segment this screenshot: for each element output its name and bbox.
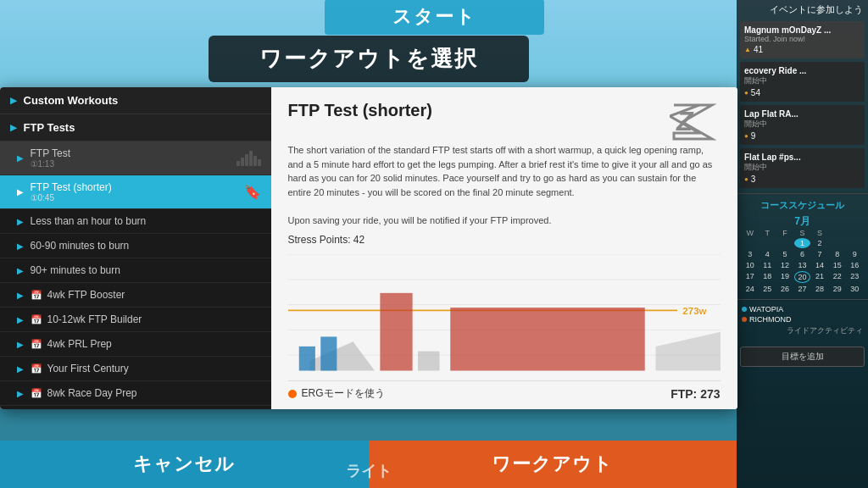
event-badge-1: 41 <box>754 45 763 54</box>
workout-chart: 500w 400w 300w 200w 100w 273w <box>288 254 721 380</box>
list-item-4wk-ftp[interactable]: ▶ 📅 4wk FTP Booster <box>0 283 271 308</box>
erg-indicator[interactable]: ERGモードを使う <box>288 386 385 401</box>
event-subtitle-2: 開始中 <box>744 75 860 86</box>
activity-label: ライドアクティビティ <box>742 325 863 336</box>
list-item-ftp-shorter[interactable]: ▶ FTP Test (shorter) ①0:45 🔖 <box>0 175 271 209</box>
event-card-4[interactable]: Flat Lap #ps... 開始中 ● 3 <box>740 148 865 188</box>
svg-rect-16 <box>298 347 314 371</box>
event-title-3: Lap Flat RA... <box>744 109 860 119</box>
event-badge-4: 3 <box>751 175 756 184</box>
event-badge-3: 9 <box>751 131 756 141</box>
event-card-2[interactable]: ecovery Ride ... 開始中 ● 54 <box>740 62 865 102</box>
world-watopia: WATOPIA <box>742 305 863 313</box>
section-custom-workouts[interactable]: ▶ Custom Workouts <box>0 87 271 114</box>
event-icon-2: ● <box>744 89 748 97</box>
goal-button[interactable]: 目標を追加 <box>740 347 865 367</box>
event-title-2: ecovery Ride ... <box>744 66 860 75</box>
svg-rect-17 <box>320 336 337 370</box>
section-ftp-label: FTP Tests <box>24 121 75 134</box>
list-panel: ▶ Custom Workouts ▶ FTP Tests ▶ FTP Test… <box>0 87 271 409</box>
play-icon-ftp-shorter: ▶ <box>17 187 24 197</box>
ftp-display: FTP: 273 <box>670 387 720 401</box>
modal-title: ワークアウトを選択 <box>209 36 529 82</box>
10-12wk-label: 10-12wk FTP Builder <box>47 313 142 325</box>
erg-dot <box>288 390 297 398</box>
ftp-test-label: FTP Test <box>31 147 236 159</box>
svg-rect-15 <box>418 352 440 371</box>
4wk-prl-label: 4wk PRL Prep <box>47 338 112 350</box>
event-subtitle-4: 開始中 <box>744 162 860 173</box>
modal-body: ▶ Custom Workouts ▶ FTP Tests ▶ FTP Test… <box>0 87 737 409</box>
60-90-label: 60-90 minutes to burn <box>31 240 130 252</box>
svg-rect-18 <box>450 308 645 371</box>
section-ftp-tests[interactable]: ▶ FTP Tests <box>0 114 271 141</box>
calendar-label: コーススケジュール <box>742 199 863 212</box>
calendar-grid: W T F S S 1 2 3 4 5 6 7 8 9 10 11 12 13 … <box>742 229 863 294</box>
detail-description: The short variation of the standard FTP … <box>288 143 721 227</box>
calendar-section: コーススケジュール 7月 W T F S S 1 2 3 4 5 6 7 8 9… <box>737 193 868 296</box>
list-item-10-12wk[interactable]: ▶ 📅 10-12wk FTP Builder <box>0 308 271 332</box>
detail-stress: Stress Points: 42 <box>288 234 721 246</box>
event-badge-2: 54 <box>751 88 760 97</box>
play-icon-first-century: ▶ <box>17 364 24 374</box>
ftp-test-duration: ①1:13 <box>31 159 236 169</box>
detail-panel: FTP Test (shorter) Z The short variation… <box>271 87 737 409</box>
less-hour-label: Less than an hour to burn <box>31 215 147 227</box>
svg-rect-14 <box>380 293 412 371</box>
8wk-race-label: 8wk Race Day Prep <box>47 387 137 399</box>
play-icon-less-hour: ▶ <box>17 217 24 226</box>
event-icon-4: ● <box>744 175 748 183</box>
chart-container: 500w 400w 300w 200w 100w 273w <box>288 254 721 380</box>
erg-label: ERGモードを使う <box>302 386 385 401</box>
event-card-3[interactable]: Lap Flat RA... 開始中 ● 9 <box>740 105 865 145</box>
play-icon-ftp-test: ▶ <box>17 153 24 163</box>
play-icon-90plus: ▶ <box>17 266 24 275</box>
cal-icon-4wk-prl: 📅 <box>31 339 42 350</box>
right-panel: イベントに参加しよう Magnum mOnDayZ ... Started. J… <box>737 0 868 488</box>
cal-icon-8wk-race: 📅 <box>31 388 42 399</box>
event-title-4: Flat Lap #ps... <box>744 152 860 162</box>
play-icon-10-12wk: ▶ <box>17 315 24 324</box>
calendar-month: 7月 <box>742 214 863 229</box>
cal-icon-4wk-ftp: 📅 <box>31 290 42 301</box>
svg-text:Z: Z <box>676 106 694 136</box>
arrow-icon-custom: ▶ <box>10 96 17 105</box>
detail-footer: ERGモードを使う FTP: 273 <box>288 380 721 401</box>
90plus-label: 90+ minutes to burn <box>31 264 120 276</box>
list-item-90plus[interactable]: ▶ 90+ minutes to burn <box>0 258 271 283</box>
list-item-first-century[interactable]: ▶ 📅 Your First Century <box>0 357 271 381</box>
svg-marker-19 <box>655 332 721 371</box>
play-icon-4wk-prl: ▶ <box>17 340 24 349</box>
event-icon-3: ● <box>744 132 748 140</box>
detail-title: FTP Test (shorter) <box>288 101 432 120</box>
event-icon-1: ▲ <box>744 46 751 53</box>
cal-icon-10-12wk: 📅 <box>31 314 42 325</box>
cal-icon-first-century: 📅 <box>31 363 42 374</box>
list-item-60-90[interactable]: ▶ 60-90 minutes to burn <box>0 234 271 258</box>
play-icon-8wk-race: ▶ <box>17 389 24 398</box>
list-item-4wk-prl[interactable]: ▶ 📅 4wk PRL Prep <box>0 332 271 357</box>
event-subtitle-3: 開始中 <box>744 119 860 130</box>
list-item-ftp-test[interactable]: ▶ FTP Test ①1:13 <box>0 141 271 175</box>
arrow-icon-ftp: ▶ <box>10 123 17 132</box>
list-item-8wk-race[interactable]: ▶ 📅 8wk Race Day Prep <box>0 381 271 406</box>
play-icon-4wk-ftp: ▶ <box>17 291 24 300</box>
ftp-test-bars <box>236 151 261 166</box>
zwift-logo: Z <box>670 101 721 143</box>
ftp-shorter-label: FTP Test (shorter) <box>31 181 244 193</box>
world-richmond: RICHMOND <box>742 315 863 324</box>
play-icon-60-90: ▶ <box>17 241 24 251</box>
first-century-label: Your First Century <box>47 363 129 374</box>
event-subtitle-1: Started. Join now! <box>744 35 860 43</box>
list-item-hunters[interactable]: ▶ 📅 Hunter's Challenge <box>0 406 271 409</box>
4wk-ftp-label: 4wk FTP Booster <box>47 289 125 301</box>
svg-text:273w: 273w <box>682 307 707 316</box>
list-item-less-hour[interactable]: ▶ Less than an hour to burn <box>0 209 271 234</box>
world-section: WATOPIA RICHMOND ライドアクティビティ <box>737 299 868 341</box>
section-custom-label: Custom Workouts <box>24 94 119 107</box>
ftp-shorter-duration: ①0:45 <box>31 193 244 202</box>
modal-overlay: ワークアウトを選択 ▶ Custom Workouts ▶ FTP Tests … <box>0 0 737 488</box>
bookmark-icon-ftp-shorter: 🔖 <box>244 184 261 200</box>
